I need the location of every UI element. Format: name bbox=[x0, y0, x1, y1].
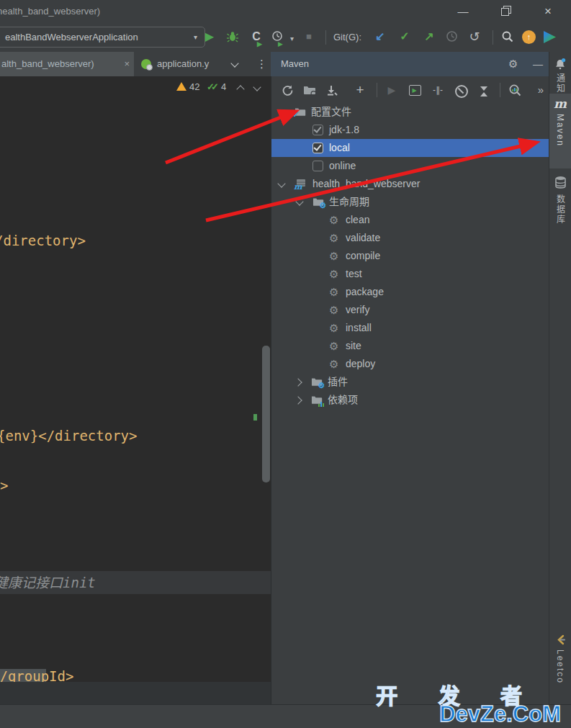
stripe-leetcode-label[interactable]: Leetco bbox=[555, 650, 565, 684]
editor-scrollbar[interactable] bbox=[262, 346, 270, 482]
stripe-notifications-label[interactable]: 通知 bbox=[554, 73, 567, 94]
tree-item-label: site bbox=[346, 337, 361, 355]
dependencies-folder-icon bbox=[311, 395, 323, 405]
run-options-chevron[interactable]: ▾ bbox=[290, 35, 294, 42]
maven-offline-button[interactable] bbox=[455, 81, 468, 99]
git-commit-button[interactable]: ✓ bbox=[397, 27, 413, 46]
maven-tree-plugins[interactable]: ⚙ 插件 bbox=[271, 373, 549, 391]
gear-icon: ⚙ bbox=[329, 283, 338, 301]
maven-tree-dependencies[interactable]: 依赖项 bbox=[271, 391, 549, 409]
tab-application-yml[interactable]: application.y bbox=[135, 52, 226, 76]
gear-icon[interactable]: ⚙ bbox=[508, 52, 518, 76]
download-icon bbox=[325, 84, 338, 97]
stop-button[interactable]: ■ bbox=[301, 27, 317, 46]
more-actions-button[interactable]: » bbox=[535, 81, 547, 99]
chevron-down-icon[interactable] bbox=[277, 179, 285, 187]
maven-add-button[interactable]: + bbox=[354, 81, 367, 99]
search-icon bbox=[501, 30, 514, 43]
passed-count[interactable]: 4 bbox=[221, 81, 226, 92]
chevron-down-icon[interactable] bbox=[295, 197, 303, 205]
maven-tree-module[interactable]: m health_band_webserver bbox=[271, 175, 549, 193]
maven-profile-jdk[interactable]: jdk-1.8 bbox=[271, 121, 549, 139]
git-update-button[interactable]: ↙ bbox=[372, 27, 388, 46]
maven-goal-verify[interactable]: ⚙ verify bbox=[271, 301, 549, 319]
prev-problem-chevron-icon[interactable] bbox=[236, 85, 244, 93]
maven-tree-profiles[interactable]: ✓ 配置文件 bbox=[271, 103, 549, 121]
terminal-run-icon: ▶ bbox=[409, 85, 421, 96]
maven-run-button[interactable]: ▶ bbox=[385, 81, 398, 99]
close-icon[interactable]: × bbox=[124, 52, 130, 76]
profiler-button[interactable]: ▶ bbox=[269, 27, 285, 46]
close-button[interactable]: × bbox=[536, 0, 560, 23]
maven-logo-icon[interactable]: m bbox=[554, 96, 567, 111]
checkbox-unchecked[interactable] bbox=[313, 161, 323, 171]
upgrade-button[interactable]: ↑ bbox=[522, 30, 536, 44]
database-stripe-button[interactable] bbox=[554, 176, 567, 192]
bell-icon bbox=[554, 58, 567, 71]
history-button[interactable] bbox=[444, 27, 459, 46]
minimize-button[interactable]: — bbox=[451, 0, 475, 23]
leetcode-stripe-button[interactable] bbox=[555, 634, 566, 649]
maven-download-sources-button[interactable] bbox=[324, 81, 340, 99]
tree-item-label: test bbox=[346, 265, 362, 283]
maven-tool-window: + ▶ ▶ -∥- » bbox=[271, 76, 549, 704]
hide-panel-button[interactable]: — bbox=[533, 52, 543, 76]
stripe-database-label[interactable]: 数据库 bbox=[554, 194, 567, 225]
toolbar-separator bbox=[493, 30, 493, 45]
tree-item-label: clean bbox=[346, 211, 369, 229]
collapse-all-button[interactable] bbox=[478, 81, 490, 99]
maven-skip-tests-button[interactable]: -∥- bbox=[428, 81, 447, 99]
refresh-icon bbox=[282, 84, 294, 96]
maven-profile-local[interactable]: local bbox=[271, 139, 549, 157]
checkbox-checked[interactable] bbox=[313, 143, 323, 153]
editor-pane[interactable]: 42 ✓ ✓ 4 /directory> {env}</directory> >… bbox=[0, 76, 271, 704]
chevron-right-icon[interactable] bbox=[294, 378, 302, 386]
next-problem-chevron-icon[interactable] bbox=[253, 83, 261, 91]
maven-goal-clean[interactable]: ⚙ clean bbox=[271, 211, 549, 229]
tree-item-label: 生命周期 bbox=[329, 193, 369, 211]
tree-item-label: package bbox=[346, 283, 384, 301]
ide-feature-button[interactable] bbox=[544, 31, 556, 43]
stripe-maven-tab[interactable]: Maven bbox=[555, 114, 565, 147]
maven-execute-goal-button[interactable]: ▶ bbox=[408, 81, 422, 99]
warning-triangle-icon[interactable] bbox=[176, 82, 186, 91]
run-button[interactable]: ▶ bbox=[202, 27, 217, 46]
tree-item-label: compile bbox=[346, 247, 380, 265]
maven-tree-lifecycle[interactable]: ⚙ 生命周期 bbox=[271, 193, 549, 211]
checkbox-checked[interactable] bbox=[313, 125, 323, 135]
tab-options-button[interactable]: ⋮ bbox=[256, 52, 267, 76]
restore-button[interactable] bbox=[493, 0, 517, 23]
warning-count[interactable]: 42 bbox=[189, 81, 199, 92]
toolbar-separator bbox=[325, 30, 326, 45]
dependency-analyzer-button[interactable] bbox=[507, 81, 523, 99]
maven-goal-compile[interactable]: ⚙ compile bbox=[271, 247, 549, 265]
tab-pom[interactable]: alth_band_webserver) × bbox=[0, 52, 134, 76]
maven-goal-site[interactable]: ⚙ site bbox=[271, 337, 549, 355]
maven-goal-install[interactable]: ⚙ install bbox=[271, 319, 549, 337]
rollback-button[interactable]: ↺ bbox=[467, 27, 482, 46]
maven-goal-validate[interactable]: ⚙ validate bbox=[271, 229, 549, 247]
maven-toolbar-separator bbox=[500, 83, 500, 97]
upgrade-icon: ↑ bbox=[522, 30, 536, 44]
restore-icon bbox=[501, 8, 509, 16]
tabs-dropdown-chevron-icon[interactable] bbox=[230, 59, 238, 67]
git-push-button[interactable]: ↗ bbox=[421, 27, 437, 46]
maven-goal-deploy[interactable]: ⚙ deploy bbox=[271, 355, 549, 373]
maven-profile-online[interactable]: online bbox=[271, 157, 549, 175]
gear-icon: ⚙ bbox=[329, 247, 338, 265]
run-with-coverage-button[interactable]: C ▶ bbox=[248, 27, 264, 46]
debug-button[interactable] bbox=[225, 27, 240, 46]
maven-goal-package[interactable]: ⚙ package bbox=[271, 283, 549, 301]
chevron-right-icon[interactable] bbox=[294, 396, 302, 404]
code-line: </groupId> bbox=[0, 669, 73, 682]
watermark-line2: DevZe.CoM bbox=[439, 701, 561, 727]
run-configuration-select[interactable]: ealthBandWebserverApplication ▾ bbox=[0, 27, 205, 48]
maven-reload-button[interactable] bbox=[280, 81, 295, 99]
tree-item-label: 依赖项 bbox=[328, 391, 358, 409]
chevron-down-icon[interactable] bbox=[279, 107, 287, 115]
notifications-stripe-button[interactable] bbox=[554, 58, 567, 73]
maven-generate-sources-button[interactable] bbox=[302, 81, 318, 99]
tree-item-label: validate bbox=[346, 229, 380, 247]
search-everywhere-button[interactable] bbox=[500, 27, 516, 46]
maven-goal-test[interactable]: ⚙ test bbox=[271, 265, 549, 283]
